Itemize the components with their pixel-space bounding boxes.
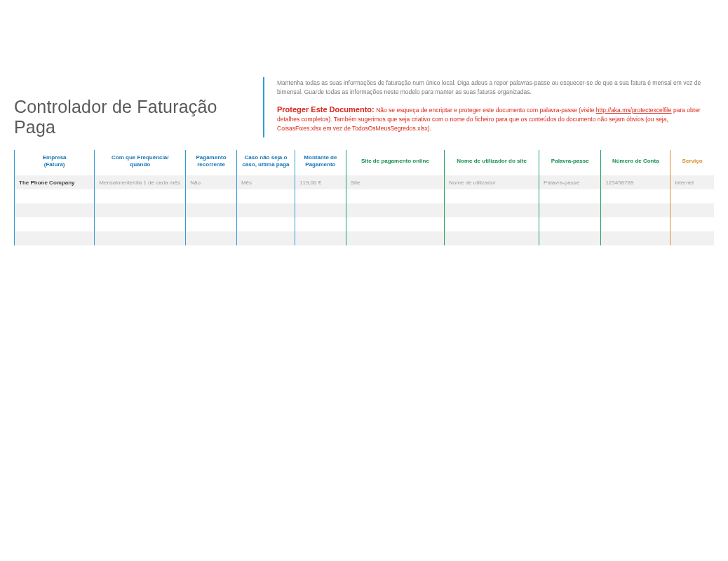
intro-description: Mantenha todas as suas informações de fa… bbox=[277, 79, 714, 97]
billing-tracker-sheet: Controlador de Faturação Paga Mantenha t… bbox=[0, 0, 728, 245]
cell-servico[interactable]: Internet bbox=[670, 175, 714, 189]
cell-conta[interactable]: 123456789 bbox=[601, 175, 670, 189]
cell-ultima[interactable]: Mês bbox=[236, 175, 295, 189]
billing-table: Empresa(Fatura) Com que Frequência/quand… bbox=[14, 150, 714, 245]
table-row[interactable] bbox=[15, 231, 715, 245]
protect-title: Proteger Este Documento: bbox=[277, 105, 375, 114]
col-utilizador: Nome de utilizador do site bbox=[445, 150, 539, 175]
cell-utilizador[interactable]: Nome de utilizador bbox=[445, 175, 539, 189]
header-divider bbox=[263, 77, 264, 137]
cell-empresa[interactable]: The Phone Company bbox=[15, 175, 95, 189]
col-conta: Número de Conta bbox=[601, 150, 670, 175]
col-servico: Serviço bbox=[670, 150, 714, 175]
table-row[interactable] bbox=[15, 203, 715, 217]
cell-recorrente[interactable]: Não bbox=[186, 175, 237, 189]
table-row[interactable]: The Phone Company Mensalmente/dia 1 de c… bbox=[15, 175, 715, 189]
protect-block: Proteger Este Documento: Não se esqueça … bbox=[277, 104, 714, 133]
col-montante: Montante dePagamento bbox=[295, 150, 346, 175]
table-row[interactable] bbox=[15, 189, 715, 203]
table-header-row: Empresa(Fatura) Com que Frequência/quand… bbox=[15, 150, 715, 175]
protect-prefix: Não se esqueça de encriptar e proteger e… bbox=[376, 107, 596, 114]
table-row[interactable] bbox=[15, 217, 715, 231]
protect-link[interactable]: http://aka.ms/protectexcelfile bbox=[596, 107, 672, 114]
page-title: Controlador de Faturação Paga bbox=[14, 77, 263, 137]
col-empresa: Empresa(Fatura) bbox=[15, 150, 95, 175]
cell-site[interactable]: Site bbox=[346, 175, 444, 189]
cell-frequencia[interactable]: Mensalmente/dia 1 de cada mês bbox=[95, 175, 186, 189]
header: Controlador de Faturação Paga Mantenha t… bbox=[14, 77, 714, 137]
col-recorrente: Pagamentorecorrente bbox=[186, 150, 237, 175]
col-ultima: Caso não seja ocaso, última paga bbox=[236, 150, 295, 175]
col-frequencia: Com que Frequência/quando bbox=[95, 150, 186, 175]
col-palavra: Palavra-passe bbox=[539, 150, 601, 175]
cell-montante[interactable]: 119,00 € bbox=[295, 175, 346, 189]
intro-block: Mantenha todas as suas informações de fa… bbox=[277, 77, 714, 137]
col-site: Site de pagamento online bbox=[346, 150, 444, 175]
cell-palavra[interactable]: Palavra-passe bbox=[539, 175, 601, 189]
